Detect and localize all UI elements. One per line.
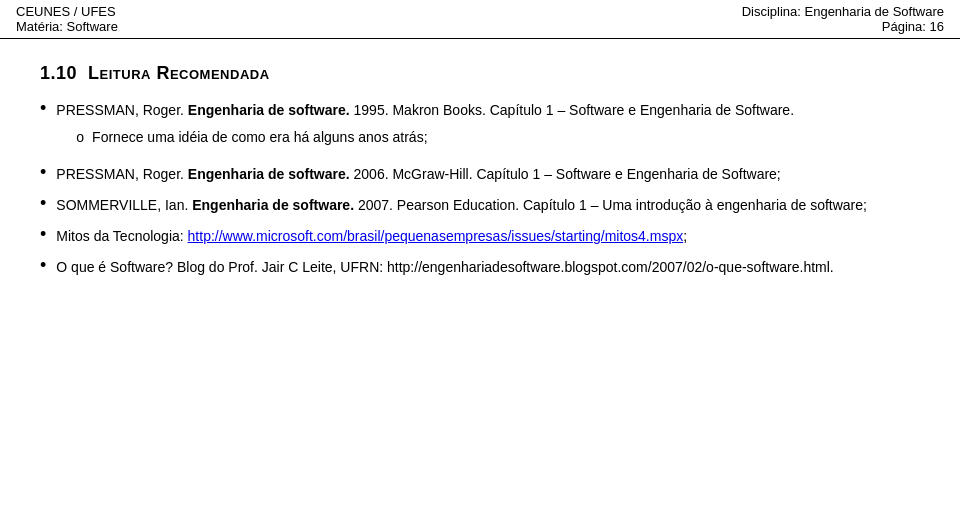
item-text: PRESSMAN, Roger. Engenharia de software.… [56, 102, 794, 118]
list-item: • Mitos da Tecnologia: http://www.micros… [40, 226, 920, 247]
bullet-icon: • [40, 162, 46, 183]
bullet-icon: • [40, 255, 46, 276]
item-content: PRESSMAN, Roger. Engenharia de software.… [56, 100, 920, 154]
list-item: • PRESSMAN, Roger. Engenharia de softwar… [40, 100, 920, 154]
references-list: • PRESSMAN, Roger. Engenharia de softwar… [40, 100, 920, 278]
list-item: • SOMMERVILLE, Ian. Engenharia de softwa… [40, 195, 920, 216]
section-heading: Leitura Recomendada [88, 63, 270, 83]
item-content: PRESSMAN, Roger. Engenharia de software.… [56, 164, 920, 185]
item-text: O que é Software? Blog do Prof. Jair C L… [56, 259, 833, 275]
book-title: Engenharia de software. [192, 197, 354, 213]
header-right: Disciplina: Engenharia de Software Págin… [742, 4, 944, 34]
book-title: Engenharia de software. [188, 166, 350, 182]
sub-bullet-icon: o [76, 127, 84, 148]
list-item: • PRESSMAN, Roger. Engenharia de softwar… [40, 164, 920, 185]
item-content: SOMMERVILLE, Ian. Engenharia de software… [56, 195, 920, 216]
sub-item-text: Fornece uma idéia de como era há alguns … [92, 127, 427, 148]
sub-list: o Fornece uma idéia de como era há algun… [76, 127, 920, 148]
bullet-icon: • [40, 193, 46, 214]
item-text: PRESSMAN, Roger. Engenharia de software.… [56, 166, 780, 182]
book-title: Engenharia de software. [188, 102, 350, 118]
page-header: CEUNES / UFES Matéria: Software Discipli… [0, 0, 960, 39]
item-content: O que é Software? Blog do Prof. Jair C L… [56, 257, 920, 278]
sub-list-item: o Fornece uma idéia de como era há algun… [76, 127, 920, 148]
reference-link[interactable]: http://www.microsoft.com/brasil/pequenas… [188, 228, 684, 244]
header-left: CEUNES / UFES Matéria: Software [16, 4, 118, 34]
bullet-icon: • [40, 224, 46, 245]
institution-name: CEUNES / UFES [16, 4, 118, 19]
item-content: Mitos da Tecnologia: http://www.microsof… [56, 226, 920, 247]
discipline-name: Disciplina: Engenharia de Software [742, 4, 944, 19]
page-number: Página: 16 [882, 19, 944, 34]
section-number: 1.10 [40, 63, 77, 83]
list-item: • O que é Software? Blog do Prof. Jair C… [40, 257, 920, 278]
subject-name: Matéria: Software [16, 19, 118, 34]
main-content: 1.10 Leitura Recomendada • PRESSMAN, Rog… [0, 39, 960, 312]
section-title: 1.10 Leitura Recomendada [40, 63, 920, 84]
item-text: SOMMERVILLE, Ian. Engenharia de software… [56, 197, 867, 213]
item-text: Mitos da Tecnologia: http://www.microsof… [56, 228, 687, 244]
bullet-icon: • [40, 98, 46, 119]
